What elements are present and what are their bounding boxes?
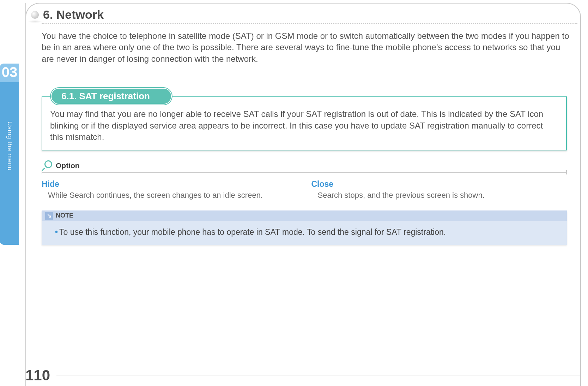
option-name: Close	[311, 179, 567, 189]
option-item-close: Close Search stops, and the previous scr…	[311, 179, 567, 201]
option-desc: Search stops, and the previous screen is…	[318, 190, 564, 201]
heading-row: 6. Network	[31, 8, 577, 22]
option-block: Option Hide While Search continues, the …	[42, 160, 567, 201]
option-desc: While Search continues, the screen chang…	[48, 190, 294, 201]
content-area: 6. Network You have the choice to teleph…	[31, 8, 577, 245]
arrow-down-right-icon: ↘	[45, 212, 53, 220]
note-text: To use this function, your mobile phone …	[59, 227, 446, 237]
page-number: 110	[25, 367, 50, 384]
sphere-bullet-icon	[31, 11, 39, 19]
option-name: Hide	[42, 179, 297, 189]
note-body: •To use this function, your mobile phone…	[42, 221, 567, 245]
note-box: ↘ NOTE •To use this function, your mobil…	[42, 210, 567, 245]
chapter-label-text: Using the menu	[6, 121, 13, 171]
dotted-divider	[42, 23, 577, 24]
note-header: ↘ NOTE	[42, 210, 567, 221]
option-item-hide: Hide While Search continues, the screen …	[42, 179, 297, 201]
section-title-tab: 6.1. SAT registration	[51, 88, 172, 105]
option-columns: Hide While Search continues, the screen …	[42, 179, 567, 201]
chapter-tab: 03 Using the menu	[0, 64, 19, 247]
magnifier-icon	[42, 160, 52, 171]
intro-paragraph: You have the choice to telephone in sate…	[42, 30, 574, 65]
bullet-icon: •	[55, 227, 58, 237]
section-callout: 6.1. SAT registration You may find that …	[42, 96, 567, 150]
note-label: NOTE	[56, 212, 73, 219]
section-body: You may find that you are no longer able…	[50, 108, 558, 143]
chapter-number: 03	[0, 64, 19, 82]
page-spine	[25, 3, 26, 386]
option-label: Option	[56, 161, 80, 170]
option-header: Option	[42, 160, 567, 173]
footer-divider	[56, 375, 581, 375]
chapter-label: Using the menu	[0, 82, 19, 245]
page-heading: 6. Network	[43, 8, 104, 22]
bullet-shadow-icon	[28, 20, 42, 23]
